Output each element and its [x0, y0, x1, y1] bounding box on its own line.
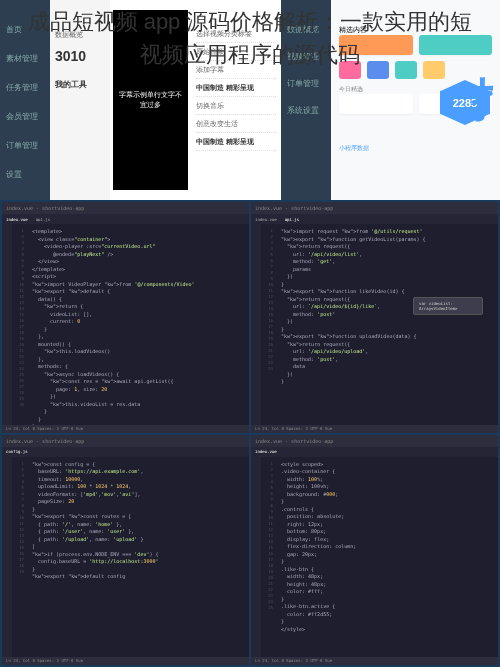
code-editor[interactable]: <style scoped>.video-container { width: …: [275, 457, 498, 638]
ide-tabs: index.vue: [251, 447, 498, 457]
sidebar-item[interactable]: 任务管理: [0, 78, 50, 97]
ide-titlebar: index.vue - shortvideo-app: [251, 435, 498, 447]
ide-tabs: config.js: [2, 447, 249, 457]
feature-highlight: 中国制造 精彩呈现: [196, 137, 276, 151]
ide-tabs: index.vue api.js: [2, 214, 249, 224]
ide-titlebar: index.vue - shortvideo-app: [2, 202, 249, 214]
ide-activity-bar[interactable]: [251, 457, 261, 666]
dash-card[interactable]: [339, 94, 413, 114]
ide-pane-4: index.vue - shortvideo-app index.vue 123…: [251, 435, 498, 666]
subtitle-example: 字幕示例单行文字不宜过多: [113, 86, 188, 114]
tools-label: 我的工具: [55, 79, 105, 90]
ide-statusbar: Ln 24, Col 8 Spaces: 2 UTF-8 Vue: [2, 425, 249, 433]
editor-tab[interactable]: index.vue: [255, 217, 277, 222]
sidebar-item[interactable]: 会员管理: [0, 107, 50, 126]
ide-statusbar: Ln 24, Col 8 Spaces: 2 UTF-8 Vue: [251, 657, 498, 665]
ide-statusbar: Ln 24, Col 8 Spaces: 2 UTF-8 Vue: [2, 657, 249, 665]
feature-line: 切换音乐: [196, 101, 276, 115]
code-editor[interactable]: <template> <view class="container"> <vid…: [26, 224, 249, 433]
sidebar-item[interactable]: 系统设置: [281, 101, 331, 120]
large-char-decoration: 扌: [470, 70, 500, 130]
ide-grid: index.vue - shortvideo-app index.vue api…: [0, 200, 500, 667]
footer-label: 小程序数据: [339, 144, 492, 153]
code-editor[interactable]: "kw">const config = { baseURL: 'https://…: [26, 457, 249, 585]
editor-tab[interactable]: index.vue: [255, 449, 277, 454]
ide-activity-bar[interactable]: [2, 457, 12, 666]
editor-tab[interactable]: index.vue: [6, 217, 28, 222]
sidebar-item[interactable]: 订单管理: [281, 74, 331, 93]
ide-titlebar: index.vue - shortvideo-app: [2, 435, 249, 447]
ide-tabs: index.vue api.js: [251, 214, 498, 224]
ide-pane-1: index.vue - shortvideo-app index.vue api…: [2, 202, 249, 433]
sidebar-item[interactable]: 订单管理: [0, 136, 50, 155]
ide-statusbar: Ln 24, Col 8 Spaces: 2 UTF-8 Vue: [251, 425, 498, 433]
line-numbers: 1234567891011121314151617181920212223242…: [12, 224, 26, 433]
ide-activity-bar[interactable]: [251, 224, 261, 433]
page-title: 成品短视频 app 源码价格解析：一款实用的短视频应用程序的源代码: [0, 5, 500, 71]
line-numbers: 1234567891011121314151617181920212223242…: [261, 457, 275, 666]
feature-highlight: 中国制造 精彩呈现: [196, 83, 276, 97]
feature-line: 创意改变生活: [196, 119, 276, 133]
line-numbers: 123456789101112131415161718192021222324: [261, 224, 275, 433]
ide-pane-3: index.vue - shortvideo-app config.js 123…: [2, 435, 249, 666]
intellisense-popup[interactable]: var videoList: Array<VideoItem>: [413, 297, 483, 315]
line-numbers: 12345678910111213141516171819: [12, 457, 26, 666]
editor-tab[interactable]: api.js: [36, 217, 50, 222]
sidebar-item[interactable]: 设置: [0, 165, 50, 184]
ide-activity-bar[interactable]: [2, 224, 12, 433]
ide-titlebar: index.vue - shortvideo-app: [251, 202, 498, 214]
editor-tab[interactable]: api.js: [285, 217, 299, 222]
editor-tab[interactable]: config.js: [6, 449, 28, 454]
ide-pane-2: index.vue - shortvideo-app index.vue api…: [251, 202, 498, 433]
